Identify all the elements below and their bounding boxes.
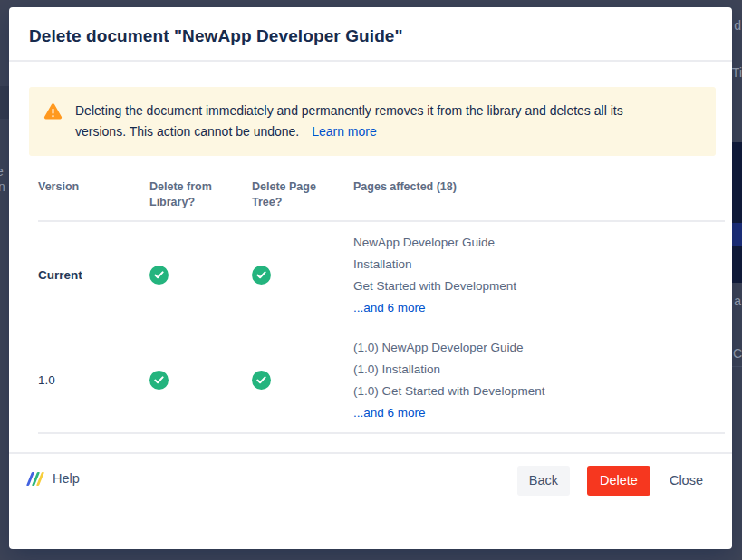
background-text-fragment: C (733, 346, 742, 361)
warning-triangle-icon (43, 102, 63, 121)
column-header-delete-page-tree: Delete Page Tree? (252, 179, 333, 210)
column-header-pages-affected: Pages affected (18) (353, 179, 725, 210)
background-divider-line (731, 366, 742, 367)
table-row-current: Current NewApp Deve (38, 222, 725, 327)
check-circle-icon (149, 371, 169, 390)
help-label: Help (53, 471, 80, 486)
page-item: NewApp Developer Guide (353, 236, 725, 249)
pages-affected-list: (1.0) NewApp Developer Guide (1.0) Insta… (353, 341, 725, 420)
page-item: (1.0) Get Started with Development (353, 384, 725, 398)
table-bottom-divider (38, 432, 725, 434)
background-text-fragment: d (734, 18, 741, 33)
table-row-1-0: 1.0 (1.0) NewApp De (38, 327, 725, 432)
dialog-footer: Help Back Delete Close (9, 452, 732, 560)
background-text-fragment: a (734, 294, 741, 308)
learn-more-link[interactable]: Learn more (312, 124, 377, 139)
version-label: Current (38, 268, 149, 282)
and-more-link[interactable]: ...and 6 more (353, 406, 725, 420)
check-circle-icon (252, 371, 271, 390)
pages-affected-list: NewApp Developer Guide Installation Get … (353, 236, 725, 314)
column-header-delete-from-library: Delete from Library? (149, 179, 231, 210)
page-item: Get Started with Development (353, 279, 725, 293)
footer-buttons: Back Delete Close (517, 466, 705, 496)
column-header-version: Version (38, 179, 120, 210)
dialog-title: Delete document "NewApp Developer Guide" (29, 26, 703, 46)
dialog-header: Delete document "NewApp Developer Guide" (9, 7, 732, 62)
delete-page-tree-cell (252, 371, 353, 390)
help-button[interactable]: Help (29, 471, 80, 486)
delete-page-tree-cell (252, 266, 353, 285)
check-circle-icon (149, 266, 169, 285)
and-more-link[interactable]: ...and 6 more (353, 301, 725, 314)
close-button[interactable]: Close (668, 466, 705, 496)
back-button[interactable]: Back (517, 466, 570, 496)
page-item: Installation (353, 257, 725, 271)
delete-button[interactable]: Delete (587, 466, 650, 496)
k15t-stripes-icon (29, 472, 44, 486)
background-text-fragment: Ti (732, 65, 742, 80)
background-text-fragment: e (0, 164, 4, 179)
page-item: (1.0) Installation (353, 362, 725, 376)
delete-from-library-cell (149, 371, 252, 390)
delete-from-library-cell (149, 266, 252, 285)
dialog-body: Deleting the document immediately and pe… (9, 62, 732, 434)
delete-document-dialog: Delete document "NewApp Developer Guide"… (9, 7, 732, 549)
background-darker-block (0, 86, 9, 119)
version-label: 1.0 (38, 373, 149, 387)
table-header-row: Version Delete from Library? Delete Page… (38, 179, 725, 220)
warning-message: Deleting the document immediately and pe… (75, 101, 673, 142)
warning-banner: Deleting the document immediately and pe… (29, 87, 716, 156)
check-circle-icon (252, 266, 271, 285)
page-item: (1.0) NewApp Developer Guide (353, 341, 725, 354)
versions-table: Version Delete from Library? Delete Page… (38, 179, 725, 434)
